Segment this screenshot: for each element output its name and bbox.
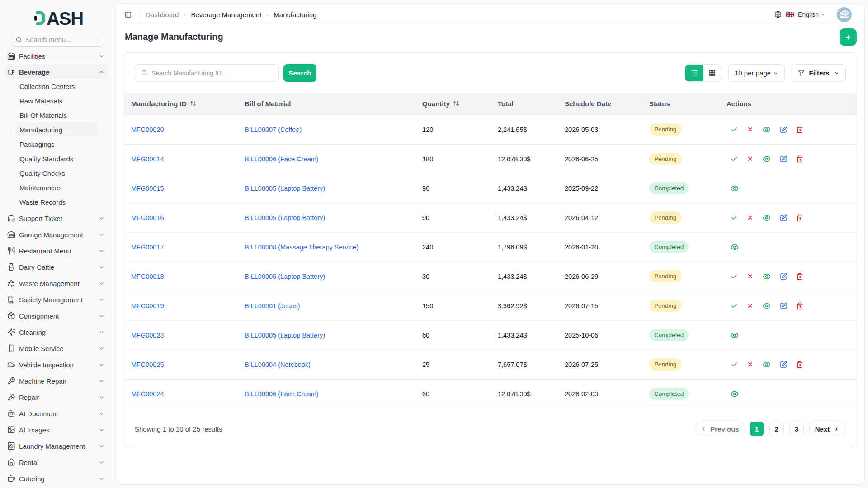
- svg-text:ASH: ASH: [47, 10, 83, 26]
